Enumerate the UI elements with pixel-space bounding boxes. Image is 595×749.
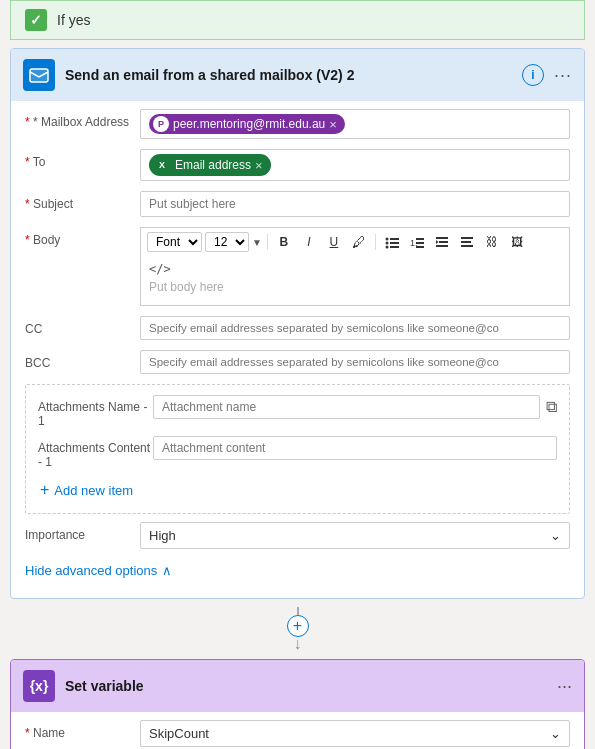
email-form-body: * * Mailbox Address P peer.mentoring@rmi… — [11, 101, 584, 598]
svg-rect-7 — [390, 246, 399, 248]
attachment-name-row: Attachments Name - 1 ⧉ — [38, 395, 557, 428]
image-button[interactable]: 🖼 — [506, 231, 528, 253]
if-yes-bar: ✓ If yes — [10, 0, 585, 40]
attachment-name-field[interactable]: ⧉ — [153, 395, 557, 419]
body-label: * Body — [25, 227, 140, 247]
highlight-button[interactable]: 🖊 — [348, 231, 370, 253]
svg-rect-10 — [416, 242, 424, 244]
to-chip-input[interactable]: X Email address × — [140, 149, 570, 181]
copy-attachment-button[interactable]: ⧉ — [546, 398, 557, 416]
size-select[interactable]: 12 — [205, 232, 249, 252]
bcc-field[interactable] — [140, 350, 570, 374]
attachment-content-input[interactable] — [153, 436, 557, 460]
mailbox-chip-text: peer.mentoring@rmit.edu.au — [173, 117, 325, 131]
svg-rect-0 — [30, 69, 48, 82]
bcc-input[interactable] — [140, 350, 570, 374]
body-placeholder: Put body here — [149, 276, 561, 298]
hide-advanced-chevron-icon: ∧ — [162, 563, 172, 578]
to-chip[interactable]: X Email address × — [149, 154, 271, 176]
subject-input[interactable] — [140, 191, 570, 217]
subject-row: * Subject — [25, 191, 570, 217]
italic-button[interactable]: I — [298, 231, 320, 253]
if-yes-label: If yes — [57, 12, 90, 28]
svg-rect-9 — [416, 238, 424, 240]
setvar-header: {x} Set variable ··· — [11, 660, 584, 712]
add-icon: + — [40, 481, 49, 499]
info-button[interactable]: i — [522, 64, 544, 86]
cc-input[interactable] — [140, 316, 570, 340]
svg-point-4 — [385, 242, 388, 245]
setvar-name-chevron-icon: ⌄ — [550, 726, 561, 741]
to-field[interactable]: X Email address × — [140, 149, 570, 181]
list-ordered-button[interactable]: 1. — [406, 231, 428, 253]
setvar-name-field[interactable]: SkipCount ⌄ — [140, 720, 570, 747]
font-select[interactable]: Font — [147, 232, 202, 252]
to-row: * To X Email address × — [25, 149, 570, 181]
excel-logo-icon: X — [153, 156, 171, 174]
svg-rect-13 — [439, 241, 448, 243]
underline-button[interactable]: U — [323, 231, 345, 253]
rich-toolbar: Font 12 ▼ B I U 🖊 1. — [140, 227, 570, 256]
importance-label: Importance — [25, 522, 140, 542]
subject-field[interactable] — [140, 191, 570, 217]
svg-rect-16 — [461, 237, 473, 239]
to-chip-close[interactable]: × — [255, 158, 263, 173]
svg-rect-18 — [461, 245, 473, 247]
importance-row: Importance High ⌄ — [25, 522, 570, 549]
email-card: Send an email from a shared mailbox (V2)… — [10, 48, 585, 599]
toolbar-divider-1 — [267, 234, 268, 250]
mailbox-chip-icon: P — [153, 116, 169, 132]
svg-rect-17 — [461, 241, 471, 243]
setvar-more-options-button[interactable]: ··· — [557, 676, 572, 697]
importance-value: High — [149, 528, 176, 543]
svg-point-2 — [385, 238, 388, 241]
attachment-name-input[interactable] — [153, 395, 540, 419]
cc-field[interactable] — [140, 316, 570, 340]
svg-rect-14 — [436, 245, 448, 247]
cc-row: CC — [25, 316, 570, 340]
connector-arrow-icon: ↓ — [294, 635, 302, 653]
setvar-name-select[interactable]: SkipCount ⌄ — [140, 720, 570, 747]
more-options-button[interactable]: ··· — [554, 65, 572, 86]
setvar-name-value: SkipCount — [149, 726, 209, 741]
add-new-item-button[interactable]: + Add new item — [38, 477, 135, 503]
svg-point-6 — [385, 246, 388, 249]
bcc-row: BCC — [25, 350, 570, 374]
email-card-header: Send an email from a shared mailbox (V2)… — [11, 49, 584, 101]
svg-rect-3 — [390, 238, 399, 240]
add-new-item-label: Add new item — [54, 483, 133, 498]
svg-marker-15 — [436, 240, 439, 244]
indent-button[interactable] — [431, 231, 453, 253]
size-arrow-icon: ▼ — [252, 237, 262, 248]
bold-button[interactable]: B — [273, 231, 295, 253]
link-button[interactable]: ⛓ — [481, 231, 503, 253]
hide-advanced-button[interactable]: Hide advanced options ∧ — [25, 559, 570, 584]
setvar-name-label: * Name — [25, 720, 140, 740]
code-tag: </> — [149, 262, 561, 276]
svg-rect-11 — [416, 246, 424, 248]
subject-label: * Subject — [25, 191, 140, 211]
attachment-content-field[interactable] — [153, 436, 557, 460]
body-row: * Body Font 12 ▼ B I U 🖊 — [25, 227, 570, 306]
setvar-card: {x} Set variable ··· * Name SkipCount ⌄ … — [10, 659, 585, 749]
toolbar-divider-2 — [375, 234, 376, 250]
rich-body[interactable]: </> Put body here — [140, 256, 570, 306]
mailbox-field[interactable]: P peer.mentoring@rmit.edu.au × — [140, 109, 570, 139]
list-unordered-button[interactable] — [381, 231, 403, 253]
setvar-body: * Name SkipCount ⌄ * Value — [11, 712, 584, 749]
mailbox-chip-input[interactable]: P peer.mentoring@rmit.edu.au × — [140, 109, 570, 139]
attachment-content-row: Attachments Content - 1 — [38, 436, 557, 469]
importance-field[interactable]: High ⌄ — [140, 522, 570, 549]
mailbox-chip[interactable]: P peer.mentoring@rmit.edu.au × — [149, 114, 345, 134]
align-button[interactable] — [456, 231, 478, 253]
add-action-button[interactable]: + — [287, 615, 309, 637]
to-chip-text: Email address — [175, 158, 251, 172]
svg-rect-12 — [436, 237, 448, 239]
svg-rect-5 — [390, 242, 399, 244]
importance-select[interactable]: High ⌄ — [140, 522, 570, 549]
cc-label: CC — [25, 316, 140, 336]
body-field: Font 12 ▼ B I U 🖊 1. — [140, 227, 570, 306]
mailbox-row: * * Mailbox Address P peer.mentoring@rmi… — [25, 109, 570, 139]
if-yes-check-icon: ✓ — [25, 9, 47, 31]
mailbox-chip-close[interactable]: × — [329, 117, 337, 132]
